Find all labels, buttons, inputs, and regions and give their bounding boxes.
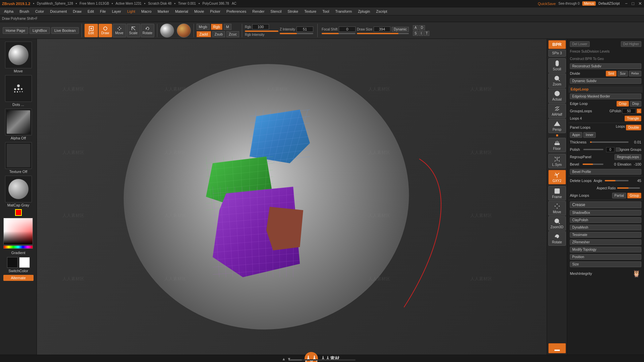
color-gradient[interactable] (3, 218, 33, 245)
rgb-intensity-value[interactable]: 100 (252, 24, 269, 29)
texture-item[interactable]: Texture Off (3, 142, 34, 174)
see-through[interactable]: See-through 0 (558, 2, 580, 5)
brush-preview[interactable] (5, 42, 32, 68)
bevel-profile-btn[interactable]: Bevel Profile (570, 169, 641, 175)
menu-color[interactable]: Color (33, 9, 47, 14)
maximize-icon[interactable]: □ (632, 1, 634, 6)
live-boolean-btn[interactable]: Live Boolean (51, 27, 79, 34)
menu-transform[interactable]: Transform (332, 9, 355, 14)
shadowbox-btn[interactable]: ShadowBox (570, 210, 641, 216)
tessimate-btn[interactable]: Tessimate (570, 232, 641, 238)
d-btn[interactable]: D (419, 25, 425, 30)
lsym-btn[interactable]: L.Sym (548, 154, 566, 168)
z-intensity-value[interactable]: 51 (297, 26, 313, 32)
edit-tool-move[interactable]: Move (113, 24, 126, 37)
thickness-slider[interactable] (590, 141, 629, 143)
canvas-area[interactable]: 人人素材区 人人素材区 人人素材区 人人素材区 人人素材区 人人素材区 人人素材… (37, 39, 547, 355)
menu-marker[interactable]: Marker (155, 9, 172, 14)
draw-size-value[interactable]: 394 (374, 26, 390, 32)
bevel-slider[interactable] (583, 164, 603, 165)
claypolish-btn[interactable]: ClayPolish (570, 217, 641, 223)
zcuc-btn[interactable]: Zcuc (226, 31, 239, 37)
aahalf-btn[interactable]: AAHalf (548, 104, 566, 118)
menu-layer[interactable]: Layer (109, 9, 124, 14)
alternate-btn[interactable]: Alternate (3, 275, 34, 281)
aspect-ratio-slider[interactable] (617, 187, 640, 189)
move-btn[interactable]: Move (548, 201, 566, 216)
relax-btn[interactable]: Relax (629, 71, 641, 76)
menu-brush[interactable]: Brush (17, 9, 32, 14)
material-sphere-preview2[interactable] (177, 23, 191, 38)
reconstruct-subdiv-btn[interactable]: Reconstruct Subdiv (570, 63, 641, 69)
dynamic-subdiv-btn[interactable]: Dynamic Subdiv (570, 78, 641, 84)
menu-light[interactable]: Light (124, 9, 138, 14)
menu-macro[interactable]: Macro (139, 9, 154, 14)
gpolish-input[interactable] (622, 109, 636, 114)
alpha-item[interactable]: Alpha Off (3, 109, 34, 140)
crease-btn[interactable]: Crease (570, 201, 641, 208)
freeze-subdiv-label[interactable]: Freeze SubDivision Levels (570, 50, 609, 53)
zremesher-btn[interactable]: ZRemesher (570, 239, 641, 245)
del-lower-btn[interactable]: Del Lower (570, 41, 590, 47)
polish-slider[interactable] (583, 149, 603, 150)
menu-edit[interactable]: Edit (85, 9, 97, 14)
partial-btn[interactable]: Partial (612, 193, 626, 198)
frame-btn[interactable]: Frame (548, 186, 566, 200)
polish-input[interactable] (606, 147, 614, 152)
switch-color-label[interactable]: SwitchColor (8, 269, 28, 273)
nav-right-icon[interactable]: ▼ (287, 357, 291, 361)
suv-btn[interactable]: Suv (618, 71, 628, 76)
menu-zscript[interactable]: Zscript (373, 9, 390, 14)
floor-icon-btn[interactable] (548, 343, 566, 353)
dynamesh-btn[interactable]: DynaMesh (570, 225, 641, 230)
menu-file[interactable]: File (97, 9, 109, 14)
swatch-black[interactable] (7, 257, 18, 268)
actual-btn[interactable]: Actual (548, 88, 566, 103)
mrgb-btn[interactable]: Mrgb (197, 24, 210, 30)
edit-tool-scale[interactable]: Scale (127, 24, 140, 37)
position-btn[interactable]: Position (570, 254, 641, 260)
color-indicator[interactable] (15, 209, 22, 216)
polish-circle-btn[interactable] (616, 147, 620, 152)
persp-btn[interactable]: Persp (548, 119, 566, 133)
swatch-white[interactable] (19, 257, 30, 268)
del-higher-btn[interactable]: Del Higher (621, 41, 641, 47)
brush-item[interactable]: Move (3, 42, 34, 73)
zoom3d-btn[interactable]: Zoom3D (548, 216, 566, 231)
material-sphere-preview[interactable] (160, 23, 174, 38)
bottom-scrollbar[interactable] (288, 359, 356, 361)
close-icon[interactable]: ✕ (638, 1, 642, 6)
crisp-btn[interactable]: Crisp (616, 101, 629, 107)
lightbox-btn[interactable]: LightBox (30, 27, 50, 34)
menu-document[interactable]: Document (47, 9, 69, 14)
floor-btn[interactable]: Floor (548, 138, 566, 152)
inner-btn[interactable]: Inner (583, 132, 596, 138)
a-btn[interactable]: A (413, 25, 419, 30)
color-hue-bar[interactable] (3, 245, 33, 249)
menu-alpha[interactable]: Alpha (1, 9, 16, 14)
home-page-btn[interactable]: Home Page (3, 27, 28, 34)
size-btn[interactable]: Size (570, 261, 641, 267)
default-zscript[interactable]: DefaultZScript (598, 2, 620, 5)
group-btn[interactable]: Group (627, 193, 641, 198)
menu-texture[interactable]: Texture (302, 9, 319, 14)
double-btn[interactable]: Double (626, 125, 641, 130)
texture-preview[interactable] (5, 142, 32, 169)
menus-btn[interactable]: Menus (582, 1, 596, 6)
edgeloop-masked-btn[interactable]: Edgeloop Masked Border (570, 94, 641, 99)
triangle-btn[interactable]: Triangle (625, 116, 641, 121)
construct-bpr-label[interactable]: Construct BPR To Geo (570, 57, 604, 61)
rotate-btn[interactable]: Rotate (548, 231, 566, 246)
color-picker-area[interactable] (3, 218, 34, 249)
minimize-icon[interactable]: − (625, 1, 628, 6)
zsub-btn[interactable]: Zsub (212, 31, 225, 37)
menu-stroke[interactable]: Stroke (285, 9, 301, 14)
focal-shift-value[interactable]: 0 (339, 26, 356, 32)
menu-render[interactable]: Render (250, 9, 267, 14)
t-btn[interactable]: T (424, 31, 429, 36)
gpolish-circle[interactable]: ○ (637, 109, 641, 113)
matcap-item[interactable]: MatCap Gray (3, 176, 34, 207)
regroup-loops-btn[interactable]: RegroupLoops (614, 154, 641, 160)
s-btn[interactable]: S (413, 31, 419, 36)
zoom-btn[interactable]: Zoom (548, 73, 566, 88)
